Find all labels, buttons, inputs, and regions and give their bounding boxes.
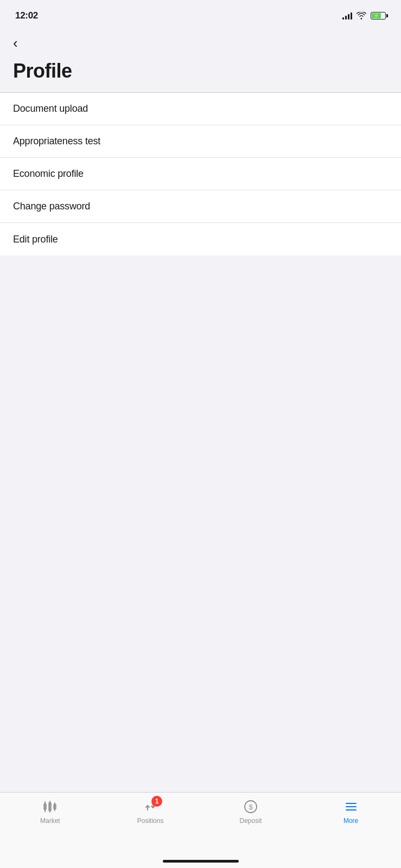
status-bar: 12:02 ⚡ <box>0 0 401 28</box>
menu-item-document-upload[interactable]: Document upload <box>0 93 401 125</box>
back-button[interactable]: ‹ <box>11 34 20 52</box>
battery-icon: ⚡ <box>371 12 386 20</box>
tab-bar: Market 1 Positions $ Deposit <box>0 792 401 868</box>
tab-market-label: Market <box>40 817 60 825</box>
page-title-container: Profile <box>0 55 401 93</box>
home-indicator <box>163 860 239 863</box>
back-chevron-icon: ‹ <box>13 36 18 50</box>
tab-more-label: More <box>343 817 358 825</box>
svg-text:$: $ <box>249 803 253 811</box>
back-button-area: ‹ <box>0 28 401 55</box>
wifi-icon <box>357 12 366 20</box>
tab-positions[interactable]: 1 Positions <box>100 799 201 825</box>
positions-icon: 1 <box>143 799 158 814</box>
more-icon <box>343 799 359 814</box>
menu-item-edit-profile[interactable]: Edit profile <box>0 223 401 256</box>
positions-badge: 1 <box>151 796 162 807</box>
status-icons: ⚡ <box>342 12 386 20</box>
menu-item-change-password[interactable]: Change password <box>0 190 401 223</box>
market-icon <box>42 799 58 814</box>
tab-more[interactable]: More <box>301 799 401 825</box>
menu-list: Document upload Appropriateness test Eco… <box>0 93 401 256</box>
menu-item-appropriateness-test[interactable]: Appropriateness test <box>0 125 401 158</box>
tab-deposit[interactable]: $ Deposit <box>201 799 301 825</box>
page-title: Profile <box>13 60 388 82</box>
tab-market[interactable]: Market <box>0 799 100 825</box>
tab-positions-label: Positions <box>137 817 164 825</box>
status-time: 12:02 <box>15 10 38 21</box>
signal-bars-icon <box>342 12 352 20</box>
menu-item-economic-profile[interactable]: Economic profile <box>0 158 401 190</box>
tab-deposit-label: Deposit <box>240 817 262 825</box>
deposit-icon: $ <box>243 799 258 814</box>
